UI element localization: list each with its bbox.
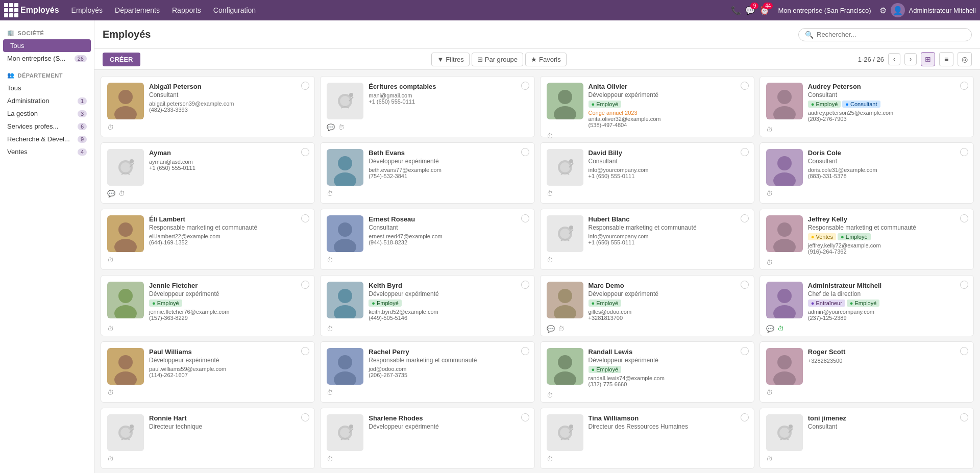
card-checkbox[interactable] xyxy=(521,148,529,156)
sidebar-item-recherche[interactable]: Recherche & Dével... 9 xyxy=(0,133,94,145)
employee-phone: (237)-125-2389 xyxy=(808,315,967,321)
sidebar-item-gestion[interactable]: La gestion 3 xyxy=(0,107,94,120)
sidebar-item-administration[interactable]: Administration 1 xyxy=(0,94,94,107)
employee-card[interactable]: Rachel Perry Responsable marketing et co… xyxy=(320,341,534,403)
settings-icon[interactable]: ⚙ xyxy=(879,6,887,15)
card-checkbox[interactable] xyxy=(521,413,529,421)
card-checkbox[interactable] xyxy=(960,413,968,421)
search-input[interactable] xyxy=(817,31,965,38)
svg-point-17 xyxy=(130,159,134,163)
employee-phone: +1 (650) 555-0111 xyxy=(149,165,308,171)
settings-view-button[interactable]: ◎ xyxy=(958,52,972,66)
card-checkbox[interactable] xyxy=(741,281,749,289)
sidebar-item-ventes[interactable]: Ventes 4 xyxy=(0,145,94,158)
sidebar-item-mon-entreprise[interactable]: Mon entreprise (S... 26 xyxy=(0,52,94,65)
sidebar-item-tous-societe[interactable]: Tous xyxy=(3,39,91,52)
employee-card[interactable]: Administrateur Mitchell Chef de la direc… xyxy=(760,275,974,336)
svg-point-60 xyxy=(338,355,352,369)
employee-card[interactable]: Jennie Fletcher Développeur expérimenté … xyxy=(101,275,315,336)
nav-rapports[interactable]: Rapports xyxy=(166,0,207,20)
employee-phone: (157)-363-8229 xyxy=(149,315,308,321)
card-checkbox[interactable] xyxy=(741,347,749,355)
societe-section-title: 🏢 SOCIÉTÉ xyxy=(0,27,94,39)
main-layout: 🏢 SOCIÉTÉ Tous Mon entreprise (S... 26 👥… xyxy=(0,20,980,473)
card-avatar-placeholder xyxy=(547,149,583,186)
apps-menu[interactable] xyxy=(4,3,18,17)
card-checkbox[interactable] xyxy=(521,214,529,222)
employee-card[interactable]: Randall Lewis Développeur expérimenté ● … xyxy=(540,341,754,403)
card-tags: ● Employé xyxy=(589,300,748,307)
nav-employes[interactable]: Employés xyxy=(65,0,109,20)
employee-card[interactable]: Abigaïl Peterson Consultant abigail.pete… xyxy=(101,76,315,137)
employee-card[interactable]: David Billy Consultant info@yourcompany.… xyxy=(540,142,754,204)
phone-icon[interactable]: 📞 xyxy=(731,6,741,15)
card-checkbox[interactable] xyxy=(741,413,749,421)
card-info: Tina Williamson Directeur des Ressources… xyxy=(589,414,748,432)
employee-role: Développeur expérimenté xyxy=(369,423,528,430)
prev-page-button[interactable]: ‹ xyxy=(888,53,900,65)
top-nav: Employés Départements Rapports Configura… xyxy=(65,0,262,20)
employee-card[interactable]: Doris Cole Consultant doris.cole31@examp… xyxy=(760,142,974,204)
create-button[interactable]: CRÉER xyxy=(103,53,140,66)
filters-button[interactable]: ▼ Filtres xyxy=(431,53,469,66)
next-page-button[interactable]: › xyxy=(904,53,917,65)
card-checkbox[interactable] xyxy=(741,148,749,156)
sidebar-item-services[interactable]: Services profes... 6 xyxy=(0,120,94,133)
card-avatar xyxy=(766,149,803,186)
card-top: Abigaïl Peterson Consultant abigail.pete… xyxy=(107,83,308,119)
card-footer: ⏱ xyxy=(766,259,967,266)
employee-email: doris.cole31@example.com xyxy=(808,167,967,173)
employee-card[interactable]: Ayman ayman@asd.com +1 (650) 555-0111 💬⏱ xyxy=(101,142,315,204)
kanban-view-button[interactable]: ⊞ xyxy=(921,52,935,66)
employee-phone: +3281813700 xyxy=(589,315,748,321)
card-checkbox[interactable] xyxy=(960,214,968,222)
employee-role: Développeur expérimenté xyxy=(149,357,308,364)
card-checkbox[interactable] xyxy=(521,281,529,289)
clock-icon: ⏱ xyxy=(118,190,125,197)
tag: ● Employé xyxy=(369,300,402,307)
departement-section-title: 👥 DÉPARTEMENT xyxy=(0,69,94,82)
nav-departements[interactable]: Départements xyxy=(109,0,166,20)
list-view-button[interactable]: ≡ xyxy=(939,52,953,66)
card-checkbox[interactable] xyxy=(960,281,968,289)
employee-card[interactable]: Ernest Roseau Consultant ernest.reed47@e… xyxy=(320,209,534,270)
employee-email: randall.lewis74@example.com xyxy=(589,375,748,381)
card-info: Hubert Blanc Responsable marketing et co… xyxy=(589,215,748,245)
card-checkbox[interactable] xyxy=(521,347,529,355)
favorites-button[interactable]: ★ Favoris xyxy=(525,53,567,66)
employee-card[interactable]: Écritures comptables mani@gmail.com +1 (… xyxy=(320,76,534,137)
employee-card[interactable]: Anita Olivier Développeur expérimenté ● … xyxy=(540,76,754,137)
employee-card[interactable]: Roger Scott +3282823500 ⏱ xyxy=(760,341,974,403)
card-checkbox[interactable] xyxy=(960,347,968,355)
employee-card[interactable]: Beth Evans Développeur expérimenté beth.… xyxy=(320,142,534,204)
employee-card[interactable]: Paul Williams Développeur expérimenté pa… xyxy=(101,341,315,403)
card-checkbox[interactable] xyxy=(960,148,968,156)
toolbar: CRÉER ▼ Filtres ⊞ Par groupe ★ Favoris 1… xyxy=(94,49,980,70)
employee-card[interactable]: Audrey Peterson Consultant ● Employé● Co… xyxy=(760,76,974,137)
nav-configuration[interactable]: Configuration xyxy=(207,0,262,20)
employee-card[interactable]: Hubert Blanc Responsable marketing et co… xyxy=(540,209,754,270)
tag: ● Employé xyxy=(589,366,622,373)
employee-role: Développeur expérimenté xyxy=(369,290,528,297)
card-checkbox[interactable] xyxy=(521,82,529,90)
group-button[interactable]: ⊞ Par groupe xyxy=(472,53,523,66)
employee-card[interactable]: Tina Williamson Directeur des Ressources… xyxy=(540,408,754,469)
employee-card[interactable]: toni jimenez Consultant ⏱ xyxy=(760,408,974,469)
employee-card[interactable]: Éli Lambert Responsable marketing et com… xyxy=(101,209,315,270)
card-top: Écritures comptables mani@gmail.com +1 (… xyxy=(327,83,528,119)
card-checkbox[interactable] xyxy=(741,214,749,222)
message-icon: 💬 xyxy=(766,325,774,333)
card-footer-icons: ⏱ xyxy=(107,455,114,463)
card-avatar xyxy=(766,282,803,318)
employee-card[interactable]: Sharlene Rhodes Développeur expérimenté … xyxy=(320,408,534,469)
employee-name: Sharlene Rhodes xyxy=(369,414,528,422)
sidebar-item-tous-dept[interactable]: Tous xyxy=(0,82,94,94)
employee-card[interactable]: Keith Byrd Développeur expérimenté ● Emp… xyxy=(320,275,534,336)
employee-card[interactable]: Ronnie Hart Directeur technique ⏱ xyxy=(101,408,315,469)
employee-phone: (482)-233-3393 xyxy=(149,107,308,113)
employee-card[interactable]: Jeffrey Kelly Responsable marketing et c… xyxy=(760,209,974,270)
avatar[interactable]: 👤 xyxy=(891,3,905,17)
card-checkbox[interactable] xyxy=(741,82,749,90)
employee-card[interactable]: Marc Demo Développeur expérimenté ● Empl… xyxy=(540,275,754,336)
card-checkbox[interactable] xyxy=(960,82,968,90)
